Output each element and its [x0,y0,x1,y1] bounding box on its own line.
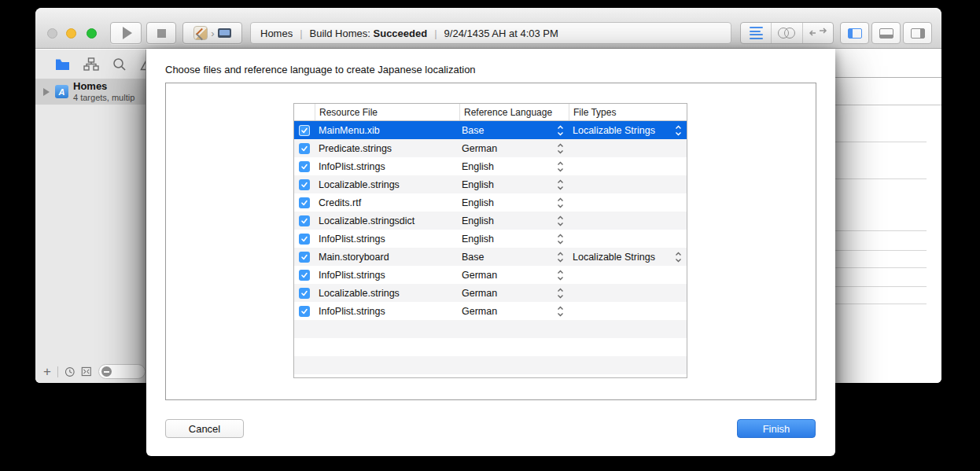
table-row[interactable]: Predicate.strings German [294,139,687,157]
popup-stepper-icon[interactable] [675,124,682,136]
project-navigator-icon[interactable] [55,58,70,71]
table-row[interactable]: Localizable.stringsdict English [294,212,687,230]
checkbox-column-header [294,104,315,120]
table-row[interactable]: InfoPlist.strings German [294,266,687,284]
close-window-icon[interactable] [47,28,57,39]
file-type-popup[interactable] [569,193,687,212]
row-checkbox[interactable] [299,143,310,154]
popup-stepper-icon[interactable] [675,251,682,263]
reference-language-popup[interactable]: Base [459,248,569,266]
symbol-navigator-icon[interactable] [83,57,99,71]
file-type-popup[interactable] [569,284,687,302]
table-row[interactable]: Main.storyboard Base Localizable Strings [294,248,687,266]
file-type-popup[interactable] [569,157,687,175]
row-checkbox[interactable] [299,288,310,299]
file-type-popup[interactable] [569,302,687,320]
standard-editor-button[interactable] [741,23,771,43]
disclosure-triangle-icon[interactable] [43,88,50,96]
add-icon[interactable]: + [43,364,51,380]
scheme-selector[interactable]: › [182,22,242,44]
reference-language-popup[interactable]: English [459,175,569,193]
popup-stepper-icon[interactable] [557,178,564,190]
version-editor-button[interactable] [802,23,833,43]
row-checkbox[interactable] [299,125,310,136]
reference-language-value: German [462,270,497,281]
stop-button[interactable] [146,22,176,44]
status-build-result: Succeeded [374,28,428,39]
resource-file-label: Main.storyboard [315,248,459,266]
toggle-debug-area-button[interactable] [871,22,901,44]
filter-input[interactable] [98,364,146,379]
table-row[interactable]: MainMenu.xib Base Localizable Strings [294,121,687,139]
row-checkbox[interactable] [299,252,310,263]
toggle-inspectors-button[interactable] [903,22,932,44]
cancel-button[interactable]: Cancel [165,419,244,438]
search-navigator-icon[interactable] [112,57,127,72]
table-row[interactable]: Credits.rtf English [294,193,687,212]
popup-stepper-icon[interactable] [557,142,564,154]
recent-files-clock-icon[interactable] [64,366,76,378]
finish-button[interactable]: Finish [737,419,816,438]
assistant-editor-button[interactable] [771,23,801,43]
reference-language-popup[interactable]: German [459,139,569,157]
popup-stepper-icon[interactable] [557,305,564,317]
file-type-popup[interactable] [569,175,687,193]
sidebar-item-homes-project[interactable]: A Homes 4 targets, multip [35,79,146,105]
popup-stepper-icon[interactable] [557,124,564,136]
check-icon [300,145,308,153]
file-type-value: Localizable Strings [573,125,655,136]
flatten-box-icon[interactable] [81,366,92,377]
file-type-popup[interactable]: Localizable Strings [569,248,687,266]
issue-navigator-icon[interactable] [140,57,146,71]
reference-language-value: English [462,161,494,172]
reference-language-value: English [462,234,494,245]
reference-language-popup[interactable]: English [459,193,569,212]
file-type-popup[interactable]: Localizable Strings [569,121,687,139]
column-header-resource-file[interactable]: Resource File [315,104,459,120]
check-icon [300,307,308,315]
minimize-window-icon[interactable] [66,28,76,39]
file-type-popup[interactable] [569,212,687,230]
toolbar: › Homes | Build Homes: Succeeded | 9/24/… [35,8,941,49]
file-type-popup[interactable] [569,266,687,284]
popup-stepper-icon[interactable] [557,215,564,226]
run-button[interactable] [110,22,142,44]
row-checkbox[interactable] [299,197,310,208]
reference-language-popup[interactable]: English [459,212,569,230]
column-header-reference-language[interactable]: Reference Language [459,104,569,120]
table-row[interactable]: InfoPlist.strings English [294,157,687,175]
row-checkbox[interactable] [299,161,310,172]
row-checkbox[interactable] [299,215,310,226]
table-row[interactable]: Localizable.strings English [294,175,687,193]
dialog-title: Choose files and reference language to c… [165,64,476,75]
row-checkbox[interactable] [299,270,310,281]
reference-language-popup[interactable]: German [459,302,569,320]
file-type-popup[interactable] [569,139,687,157]
table-row[interactable]: Localizable.strings German [294,284,687,302]
zoom-window-icon[interactable] [87,28,97,39]
reference-language-popup[interactable]: Base [459,121,569,139]
row-checkbox[interactable] [299,306,310,317]
reference-language-popup[interactable]: English [459,157,569,175]
table-row[interactable]: InfoPlist.strings German [294,302,687,320]
dialog-content-box: Resource File Reference Language File Ty… [165,83,816,400]
reference-language-popup[interactable]: German [459,284,569,302]
table-row[interactable]: InfoPlist.strings English [294,230,687,248]
reference-language-popup[interactable]: English [459,230,569,248]
row-checkbox[interactable] [299,234,310,245]
row-checkbox[interactable] [299,179,310,190]
resource-file-label: Localizable.strings [315,175,459,193]
table-header: Resource File Reference Language File Ty… [294,104,687,121]
column-header-file-types[interactable]: File Types [569,104,687,120]
popup-stepper-icon[interactable] [557,233,564,245]
popup-stepper-icon[interactable] [557,197,564,208]
toggle-navigator-button[interactable] [840,22,869,44]
popup-stepper-icon[interactable] [557,287,564,299]
play-icon [123,27,132,39]
popup-stepper-icon[interactable] [557,160,564,172]
popup-stepper-icon[interactable] [557,251,564,263]
project-name: Homes [73,80,134,93]
reference-language-popup[interactable]: German [459,266,569,284]
file-type-popup[interactable] [569,230,687,248]
popup-stepper-icon[interactable] [557,269,564,281]
